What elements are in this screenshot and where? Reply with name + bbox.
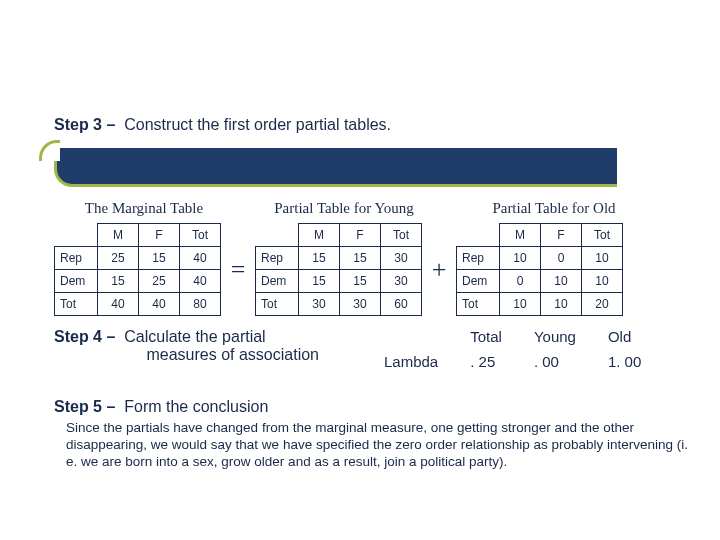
table-cell: 15 xyxy=(299,270,340,293)
step3-label: Step 3 – xyxy=(54,116,115,133)
table-cell: 15 xyxy=(340,270,381,293)
assoc-h-old: Old xyxy=(592,324,657,349)
table-cell: F xyxy=(541,224,582,247)
table-cell: Tot xyxy=(256,293,299,316)
table-cell: 30 xyxy=(381,247,422,270)
table-cell: 10 xyxy=(500,293,541,316)
table-cell: M xyxy=(500,224,541,247)
table-cell: 10 xyxy=(582,270,623,293)
table-cell: 80 xyxy=(180,293,221,316)
table-cell: 40 xyxy=(180,270,221,293)
caption-marginal: The Marginal Table xyxy=(66,200,222,217)
table-cell: Tot xyxy=(55,293,98,316)
table-cell xyxy=(457,224,500,247)
plus-operator: + xyxy=(422,255,456,285)
table-cell xyxy=(256,224,299,247)
table-cell: Dem xyxy=(55,270,98,293)
step5-body: Since the partials have changed from the… xyxy=(54,420,690,471)
assoc-old: 1. 00 xyxy=(592,349,657,374)
table-cell: 10 xyxy=(541,270,582,293)
table-cell: Rep xyxy=(457,247,500,270)
table-cell: 10 xyxy=(500,247,541,270)
assoc-row-label: Lambda xyxy=(368,349,454,374)
table-cell: M xyxy=(299,224,340,247)
marginal-table: M F Tot Rep 25 15 40 Dem 15 25 40 To xyxy=(54,223,221,316)
table-cell: 20 xyxy=(582,293,623,316)
tables-section: The Marginal Table Partial Table for You… xyxy=(54,200,642,316)
slide: Step 3 – Construct the first order parti… xyxy=(0,0,720,540)
table-cell: 15 xyxy=(139,247,180,270)
step5-title-text: Form the conclusion xyxy=(124,398,268,415)
table-cell: Dem xyxy=(256,270,299,293)
table-cell: 40 xyxy=(180,247,221,270)
table-cell xyxy=(55,224,98,247)
table-cell: 0 xyxy=(541,247,582,270)
table-cell: M xyxy=(98,224,139,247)
table-cell: F xyxy=(340,224,381,247)
equals-operator: = xyxy=(221,255,255,285)
table-cell: 40 xyxy=(139,293,180,316)
table-cell: Tot xyxy=(582,224,623,247)
table-cell: Dem xyxy=(457,270,500,293)
caption-young: Partial Table for Young xyxy=(256,200,432,217)
table-cell: 10 xyxy=(541,293,582,316)
step3-line: Step 3 – Construct the first order parti… xyxy=(54,116,682,140)
table-cell: Tot xyxy=(180,224,221,247)
assoc-young: . 00 xyxy=(518,349,592,374)
step5-section: Step 5 – Form the conclusion Since the p… xyxy=(54,398,690,471)
table-cell: 30 xyxy=(381,270,422,293)
step4-text1: Calculate the partial xyxy=(124,328,265,345)
table-cell: Tot xyxy=(381,224,422,247)
young-table: M F Tot Rep 15 15 30 Dem 15 15 30 To xyxy=(255,223,422,316)
association-table: Total Young Old Lambda . 25 . 00 1. 00 xyxy=(368,324,657,374)
assoc-h-young: Young xyxy=(518,324,592,349)
table-cell: 25 xyxy=(139,270,180,293)
table-cell: 10 xyxy=(582,247,623,270)
table-cell: 40 xyxy=(98,293,139,316)
caption-old: Partial Table for Old xyxy=(466,200,642,217)
step3-text: Construct the first order partial tables… xyxy=(124,116,391,133)
accent-bar xyxy=(54,148,617,187)
table-cell: Rep xyxy=(55,247,98,270)
table-cell: 60 xyxy=(381,293,422,316)
step4-label: Step 4 – xyxy=(54,328,115,345)
table-cell: Rep xyxy=(256,247,299,270)
step4-text2: measures of association xyxy=(146,346,319,363)
table-cell: Tot xyxy=(457,293,500,316)
table-cell: 15 xyxy=(340,247,381,270)
assoc-h-total: Total xyxy=(454,324,518,349)
table-cell: 15 xyxy=(299,247,340,270)
table-cell: F xyxy=(139,224,180,247)
table-cell: 15 xyxy=(98,270,139,293)
table-cell: 25 xyxy=(98,247,139,270)
step5-label: Step 5 – xyxy=(54,398,115,415)
step4-line: Step 4 – Calculate the partial measures … xyxy=(54,328,359,364)
table-cell: 30 xyxy=(340,293,381,316)
table-cell: 30 xyxy=(299,293,340,316)
table-cell: 0 xyxy=(500,270,541,293)
old-table: M F Tot Rep 10 0 10 Dem 0 10 10 Tot xyxy=(456,223,623,316)
assoc-total: . 25 xyxy=(454,349,518,374)
